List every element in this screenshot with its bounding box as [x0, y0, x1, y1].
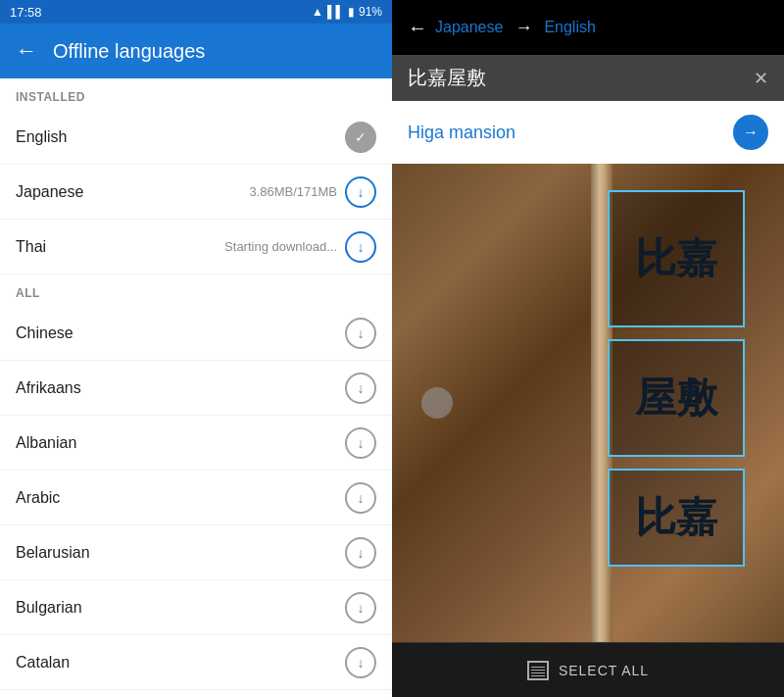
download-icon: ↓: [345, 592, 376, 623]
select-all-button[interactable]: SELECT ALL: [559, 663, 649, 678]
download-size: 3.86MB/171MB: [249, 184, 337, 199]
battery-percent: 91%: [359, 5, 382, 19]
language-item-thai[interactable]: Thai Starting download... ↓: [0, 220, 392, 274]
status-icons: ▲ ▌▌ ▮ 91%: [312, 5, 382, 19]
language-name: Arabic: [16, 489, 60, 507]
translated-text: Higa mansion: [408, 123, 515, 143]
download-icon: ↓: [345, 537, 376, 569]
time-display: 17:58: [10, 5, 42, 20]
language-name: Japanese: [16, 183, 83, 201]
language-item-catalan[interactable]: Catalan ↓: [0, 635, 392, 690]
direction-arrow: →: [514, 18, 532, 38]
language-item-english[interactable]: English ✓: [0, 110, 392, 165]
language-name: English: [16, 128, 67, 146]
camera-view: 比嘉 屋敷 比嘉: [392, 164, 784, 642]
language-item-afrikaans[interactable]: Afrikaans ↓: [0, 361, 392, 416]
language-name: Belarusian: [16, 544, 90, 562]
ocr-text: 比嘉屋敷: [408, 65, 486, 91]
language-list: INSTALLED English ✓ Japanese 3.86MB/171M…: [0, 78, 392, 697]
kanji-text-3: 比嘉: [635, 490, 717, 545]
download-icon: ↓: [345, 482, 376, 514]
bottom-bar: SELECT ALL: [392, 642, 784, 697]
download-progress: 3.86MB/171MB ↓: [249, 176, 376, 208]
kanji-text-2: 屋敷: [635, 371, 717, 425]
language-name: Chinese: [16, 324, 74, 342]
download-status: Starting download... ↓: [224, 231, 376, 263]
language-item-albanian[interactable]: Albanian ↓: [0, 416, 392, 471]
wifi-icon: ▲: [312, 5, 323, 19]
kanji-box-2: 屋敷: [608, 339, 745, 457]
language-name: Bulgarian: [16, 599, 82, 617]
search-box: 比嘉屋敷 ✕: [392, 55, 784, 101]
all-section-header: ALL: [0, 274, 392, 306]
back-button[interactable]: ←: [16, 38, 37, 64]
kanji-box-3: 比嘉: [608, 469, 745, 567]
close-button[interactable]: ✕: [754, 68, 768, 89]
app-toolbar: ← Offline languages: [0, 24, 392, 78]
installed-section-header: INSTALLED: [0, 78, 392, 110]
download-icon: ↓: [345, 231, 376, 263]
battery-icon: ▮: [348, 5, 355, 19]
language-item-belarusian[interactable]: Belarusian ↓: [0, 525, 392, 580]
language-name: Thai: [16, 238, 46, 256]
translation-toolbar: ← Japanese → English: [392, 0, 784, 55]
go-arrow-icon: →: [743, 124, 759, 141]
download-label: Starting download...: [224, 239, 337, 254]
language-item-arabic[interactable]: Arabic ↓: [0, 471, 392, 525]
kanji-detection-boxes: 比嘉 屋敷 比嘉: [598, 174, 755, 583]
language-item-chinese[interactable]: Chinese ↓: [0, 306, 392, 361]
status-bar: 17:58 ▲ ▌▌ ▮ 91%: [0, 0, 392, 24]
right-back-button[interactable]: ←: [408, 17, 427, 39]
language-name: Albanian: [16, 434, 76, 452]
select-all-icon: [527, 661, 549, 680]
download-icon: ↓: [345, 427, 376, 459]
download-icon: ↓: [345, 373, 376, 404]
go-button[interactable]: →: [733, 115, 768, 150]
language-name: Afrikaans: [16, 379, 81, 397]
download-icon: ↓: [345, 647, 376, 678]
page-title: Offline languages: [53, 40, 205, 63]
language-item-bulgarian[interactable]: Bulgarian ↓: [0, 580, 392, 635]
translation-result: Higa mansion →: [392, 101, 784, 164]
kanji-text-1: 比嘉: [635, 231, 717, 286]
target-language[interactable]: English: [544, 19, 595, 36]
signal-icon: ▌▌: [327, 5, 344, 19]
installed-icon: ✓: [345, 122, 376, 153]
source-language[interactable]: Japanese: [435, 19, 503, 36]
download-icon: ↓: [345, 318, 376, 349]
kanji-box-1: 比嘉: [608, 190, 745, 327]
downloading-icon: ↓: [345, 176, 376, 208]
language-name: Catalan: [16, 654, 70, 672]
language-item-japanese[interactable]: Japanese 3.86MB/171MB ↓: [0, 165, 392, 220]
focus-indicator: [421, 387, 453, 419]
left-panel: 17:58 ▲ ▌▌ ▮ 91% ← Offline languages INS…: [0, 0, 392, 697]
right-panel: ← Japanese → English 比嘉屋敷 ✕ Higa mansion…: [392, 0, 784, 697]
